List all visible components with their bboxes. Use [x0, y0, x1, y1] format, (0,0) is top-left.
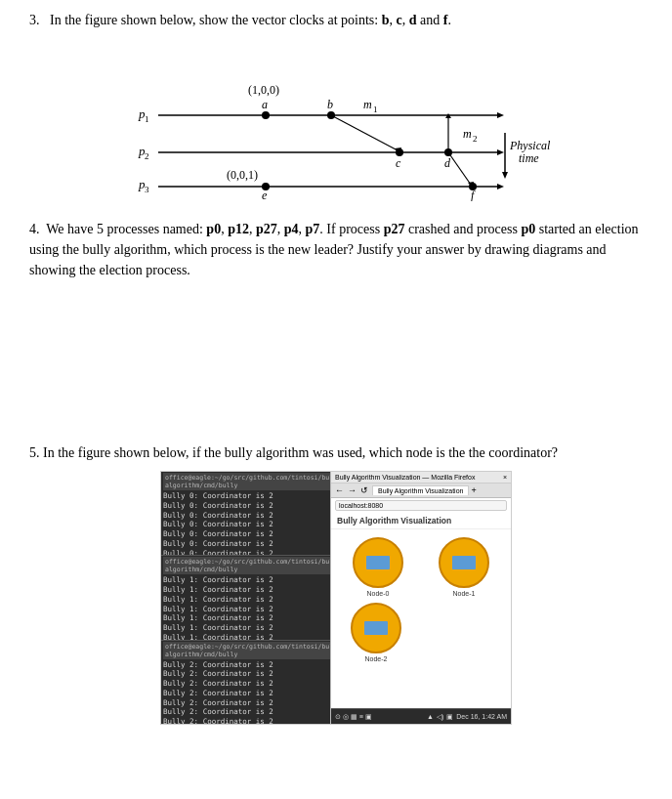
- tab-bar: ← → ↺ Bully Algorithm Visualization +: [331, 484, 511, 498]
- screenshot-inner: office@eagle:~/go/src/github.com/tintosi…: [161, 472, 511, 724]
- browser-heading: Bully Algorithm Visualization: [331, 513, 511, 529]
- p2-sub: 2: [145, 151, 149, 161]
- network-icon: ▲: [427, 713, 434, 720]
- node-2-label: Node-2: [365, 655, 388, 662]
- node-0-rect: [366, 556, 390, 569]
- node-1-circle: [439, 537, 489, 588]
- taskbar-time: Dec 16, 1:42 AM: [456, 713, 507, 720]
- term1-content: Bully 1: Coordinator is 2 Bully 1: Coord…: [163, 575, 330, 640]
- battery-icon: ▣: [446, 713, 453, 721]
- term1-title: office@eagle:~/go/src/github.com/tintosi…: [163, 557, 330, 574]
- vc-diagram-svg: p 1 p 2 p 3 (1,0,0) (0,0,1) Physical tim…: [121, 40, 551, 201]
- forward-btn[interactable]: →: [348, 485, 357, 495]
- bold-f: f: [443, 13, 448, 27]
- q3-number: 3.: [29, 13, 40, 27]
- term0-title: office@eagle:~/go/src/github.com/tintosi…: [163, 473, 330, 490]
- q4-crashed: p27: [384, 222, 405, 236]
- taskbar: ⊙ ◎ ▦ ≡ ▣ ▲ ◁) ▣ Dec 16, 1:42 AM: [331, 708, 511, 724]
- label-d: d: [444, 156, 451, 170]
- term2-title: office@eagle:~/go/src/github.com/tintosi…: [163, 642, 330, 659]
- address-bar[interactable]: localhost:8080: [335, 500, 507, 511]
- msg-p2-p3: [448, 152, 471, 185]
- term2-content: Bully 2: Coordinator is 2 Bully 2: Coord…: [163, 660, 330, 724]
- term-section-2: office@eagle:~/go/src/github.com/tintosi…: [161, 641, 332, 724]
- bold-c: c: [396, 13, 401, 27]
- term-section-0: office@eagle:~/go/src/github.com/tintosi…: [161, 472, 332, 556]
- node-1-item: Node-1: [439, 537, 489, 597]
- term-section-1: office@eagle:~/go/src/github.com/tintosi…: [161, 556, 332, 640]
- browser-pane: Bully Algorithm Visualization — Mozilla …: [330, 472, 511, 724]
- q4-p27: p27: [256, 222, 277, 236]
- node-0-circle: [353, 537, 403, 588]
- q4-answer-space: [29, 288, 643, 425]
- bold-b: b: [382, 13, 390, 27]
- node-0-item: Node-0: [353, 537, 403, 597]
- q4-started: p0: [521, 222, 535, 236]
- new-tab-btn[interactable]: +: [471, 485, 476, 495]
- point-a: [262, 111, 270, 119]
- vc-diagram-container: p 1 p 2 p 3 (1,0,0) (0,0,1) Physical tim…: [29, 40, 643, 201]
- taskbar-right: ▲ ◁) ▣ Dec 16, 1:42 AM: [427, 713, 507, 721]
- close-button[interactable]: ×: [503, 474, 507, 481]
- node-2-rect: [364, 621, 388, 635]
- label-f: f: [471, 189, 476, 201]
- node-1-rect: [452, 556, 476, 569]
- label-a: a: [262, 98, 268, 111]
- back-btn[interactable]: ←: [335, 485, 344, 495]
- p3-arrow: [497, 184, 504, 189]
- physical-arrow-head: [502, 172, 508, 179]
- p1-arrow: [497, 112, 504, 118]
- q5-text: 5. In the figure shown below, if the bul…: [29, 442, 643, 463]
- q5-body: In the figure shown below, if the bully …: [43, 445, 558, 460]
- node-0-label: Node-0: [367, 590, 390, 597]
- p3-sub: 3: [145, 185, 149, 194]
- msg-b-c: [331, 115, 398, 150]
- q4-p0: p0: [206, 222, 221, 236]
- q4-text: 4. We have 5 processes named: p0, p12, p…: [29, 219, 643, 280]
- question-3: 3. In the figure shown below, show the v…: [29, 10, 643, 201]
- label-001: (0,0,1): [227, 168, 258, 182]
- q3-text: 3. In the figure shown below, show the v…: [29, 10, 643, 30]
- bully-screenshot: office@eagle:~/go/src/github.com/tintosi…: [160, 471, 512, 725]
- sound-icon: ◁): [437, 713, 443, 721]
- physical-label: Physical: [509, 139, 551, 152]
- q5-number: 5.: [29, 445, 40, 460]
- node-2-circle: [351, 603, 401, 653]
- window-title: Bully Algorithm Visualization — Mozilla …: [335, 474, 475, 481]
- term0-content: Bully 0: Coordinator is 2 Bully 0: Coord…: [163, 491, 330, 556]
- time-label: time: [519, 151, 539, 165]
- label-m1-sub: 1: [373, 105, 378, 114]
- q3-body: In the figure shown below, show the vect…: [50, 13, 382, 27]
- node-1-label: Node-1: [453, 590, 476, 597]
- label-100: (1,0,0): [248, 83, 279, 97]
- question-4: 4. We have 5 processes named: p0, p12, p…: [29, 219, 643, 425]
- label-b: b: [327, 98, 333, 111]
- bold-d: d: [409, 13, 417, 27]
- q4-p7: p7: [306, 222, 320, 236]
- q4-number: 4.: [29, 222, 40, 236]
- p2-arrow: [497, 149, 504, 155]
- q4-p4: p4: [284, 222, 299, 236]
- label-c: c: [396, 156, 401, 170]
- question-5: 5. In the figure shown below, if the bul…: [29, 442, 643, 725]
- nodes-row-bottom: Node-2: [331, 597, 511, 662]
- nodes-row-top: Node-0 Node-1: [331, 533, 511, 597]
- p1-sub: 1: [145, 114, 149, 124]
- taskbar-icons: ⊙ ◎ ▦ ≡ ▣: [335, 713, 372, 721]
- label-m2-sub: 2: [473, 134, 478, 144]
- node-2-item: Node-2: [351, 603, 401, 662]
- triple-terminal: office@eagle:~/go/src/github.com/tintosi…: [161, 472, 332, 724]
- browser-titlebar: Bully Algorithm Visualization — Mozilla …: [331, 472, 511, 484]
- q4-p12: p12: [228, 222, 249, 236]
- label-m2: m: [463, 127, 472, 141]
- browser-tab[interactable]: Bully Algorithm Visualization: [372, 485, 469, 495]
- refresh-btn[interactable]: ↺: [360, 485, 368, 495]
- label-e: e: [262, 189, 268, 201]
- label-m1: m: [363, 98, 372, 111]
